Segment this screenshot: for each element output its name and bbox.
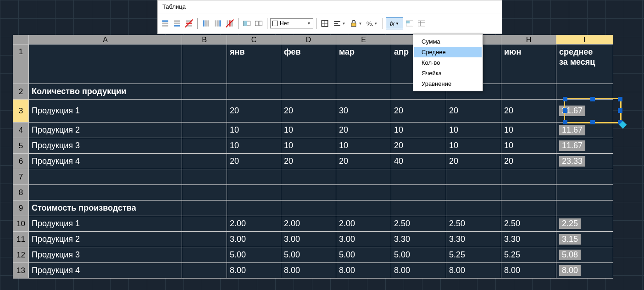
table-cell[interactable]: [281, 169, 336, 185]
cell-field-icon[interactable]: [404, 18, 415, 29]
table-cell[interactable]: [336, 84, 391, 100]
row-header[interactable]: 9: [13, 201, 29, 216]
table-cell[interactable]: 8.00: [391, 263, 446, 279]
merge-cells-icon[interactable]: [241, 18, 252, 29]
formula-menu-item[interactable]: Ячейка: [414, 68, 482, 78]
insert-col-right-icon[interactable]: [212, 18, 223, 29]
delete-col-icon[interactable]: [224, 18, 235, 29]
table-cell[interactable]: Количество продукции: [29, 84, 182, 100]
table-cell[interactable]: [182, 138, 227, 154]
table-cell[interactable]: фев: [281, 45, 336, 84]
table-cell[interactable]: [336, 201, 391, 216]
table-cell[interactable]: [182, 185, 227, 201]
table-cell[interactable]: 8.00: [556, 263, 613, 279]
table-cell[interactable]: [182, 169, 227, 185]
table-cell[interactable]: 5.25: [501, 247, 556, 263]
table-cell[interactable]: 8.00: [227, 263, 281, 279]
table-cell[interactable]: [182, 216, 227, 232]
table-cell[interactable]: 20: [336, 123, 391, 138]
table-cell[interactable]: [182, 154, 227, 169]
table-cell[interactable]: [336, 185, 391, 201]
table-cell[interactable]: 20: [391, 100, 446, 123]
table-cell[interactable]: 10: [501, 138, 556, 154]
table-cell[interactable]: мар: [336, 45, 391, 84]
table-cell[interactable]: Продукция 2: [29, 123, 182, 138]
table-cell[interactable]: Продукция 2: [29, 232, 182, 247]
table-cell[interactable]: 20: [336, 154, 391, 169]
table-cell[interactable]: 10: [446, 138, 501, 154]
table-cell[interactable]: 2.25: [556, 216, 613, 232]
table-cell[interactable]: Продукция 4: [29, 263, 182, 279]
table-cell[interactable]: Продукция 4: [29, 154, 182, 169]
table-cell[interactable]: [227, 185, 281, 201]
table-cell[interactable]: [556, 169, 613, 185]
table-cell[interactable]: Продукция 3: [29, 138, 182, 154]
table-cell[interactable]: 5.00: [391, 247, 446, 263]
table-cell[interactable]: Продукция 1: [29, 216, 182, 232]
table-cell[interactable]: 23.33: [556, 154, 613, 169]
column-header[interactable]: B: [182, 35, 227, 45]
spreadsheet-table[interactable]: ABCDEFGHI1янвфевмарапрмайиюнсреднееза ме…: [13, 35, 613, 279]
formula-dropdown-button[interactable]: fx▼: [386, 17, 403, 29]
row-header[interactable]: 11: [13, 232, 29, 247]
table-cell[interactable]: 3.30: [501, 232, 556, 247]
table-cell[interactable]: [501, 201, 556, 216]
table-cell[interactable]: 2.50: [501, 216, 556, 232]
table-cell[interactable]: 5.25: [446, 247, 501, 263]
table-cell[interactable]: [182, 123, 227, 138]
unmerge-cells-icon[interactable]: [253, 18, 264, 29]
table-cell[interactable]: 21.67: [556, 100, 613, 123]
table-cell[interactable]: 20: [227, 154, 281, 169]
table-cell[interactable]: [281, 84, 336, 100]
table-cell[interactable]: 5.00: [336, 247, 391, 263]
row-header[interactable]: 3: [13, 100, 29, 123]
row-header[interactable]: 10: [13, 216, 29, 232]
table-cell[interactable]: Продукция 1: [29, 100, 182, 123]
table-cell[interactable]: 8.00: [446, 263, 501, 279]
table-cell[interactable]: Стоимость производства: [29, 201, 182, 216]
table-cell[interactable]: 2.00: [227, 216, 281, 232]
table-cell[interactable]: 20: [501, 100, 556, 123]
table-cell[interactable]: 10: [227, 138, 281, 154]
table-cell[interactable]: 10: [281, 138, 336, 154]
table-cell[interactable]: [227, 169, 281, 185]
table-cell[interactable]: 5.08: [556, 247, 613, 263]
borders-icon[interactable]: [319, 18, 330, 29]
table-cell[interactable]: 11.67: [556, 123, 613, 138]
table-cell[interactable]: [336, 169, 391, 185]
table-cell[interactable]: [501, 169, 556, 185]
column-header[interactable]: H: [501, 35, 556, 45]
table-cell[interactable]: 20: [281, 100, 336, 123]
table-cell[interactable]: [182, 263, 227, 279]
row-header[interactable]: 8: [13, 185, 29, 201]
table-cell[interactable]: 3.30: [446, 232, 501, 247]
table-cell[interactable]: 8.00: [281, 263, 336, 279]
cell-style-select[interactable]: Нет ▼: [270, 18, 313, 28]
table-cell[interactable]: [29, 45, 182, 84]
table-cell[interactable]: [556, 185, 613, 201]
column-header[interactable]: [13, 35, 29, 45]
formula-menu-item[interactable]: Среднее: [414, 47, 482, 57]
lock-icon[interactable]: ▼: [348, 18, 363, 29]
formula-menu-item[interactable]: Уравнение: [414, 78, 482, 89]
table-cell[interactable]: 40: [391, 154, 446, 169]
table-cell[interactable]: 10: [446, 123, 501, 138]
table-cell[interactable]: 8.00: [336, 263, 391, 279]
table-cell[interactable]: [501, 84, 556, 100]
table-cell[interactable]: [556, 84, 613, 100]
table-cell[interactable]: 5.00: [227, 247, 281, 263]
table-cell[interactable]: 20: [391, 138, 446, 154]
table-cell[interactable]: [391, 169, 446, 185]
table-cell[interactable]: 11.67: [556, 138, 613, 154]
table-cell[interactable]: 20: [446, 154, 501, 169]
table-cell[interactable]: 3.30: [391, 232, 446, 247]
table-cell[interactable]: 3.00: [281, 232, 336, 247]
table-cell[interactable]: 2.50: [446, 216, 501, 232]
row-header[interactable]: 13: [13, 263, 29, 279]
row-header[interactable]: 2: [13, 84, 29, 100]
formula-menu-item[interactable]: Кол-во: [414, 57, 482, 68]
table-cell[interactable]: 2.50: [391, 216, 446, 232]
row-header[interactable]: 6: [13, 154, 29, 169]
table-cell[interactable]: 3.00: [336, 232, 391, 247]
table-cell[interactable]: [446, 185, 501, 201]
